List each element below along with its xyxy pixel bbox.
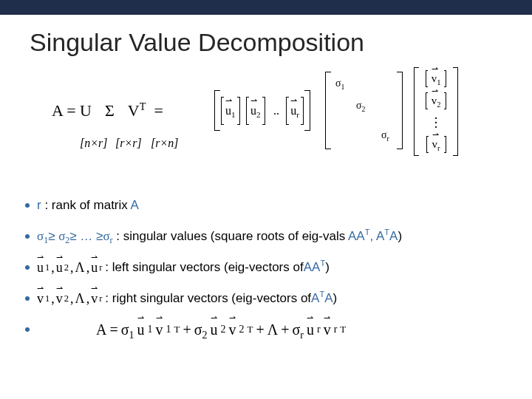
bullet-left-vectors: u1, u2, Λ, ur : left singular vectors (e… <box>25 258 532 277</box>
right-vec-ATA: ATA <box>311 291 332 306</box>
sv-ATA: ATA <box>376 229 398 243</box>
eq-vt: VT <box>128 101 146 120</box>
expansion-equation: A = σ1u1v1T + σ2u2v2T + Λ + σrurvrT <box>96 321 346 338</box>
v-row-2: v2 <box>427 94 446 108</box>
dim-nr: [n×r] <box>80 137 112 150</box>
bullet-rank: r : rank of matrix A <box>25 196 532 215</box>
sv-ge1: ≥ <box>48 229 58 243</box>
left-vec-close: ) <box>325 260 330 275</box>
left-vec-AAT: AAT <box>304 260 325 275</box>
bullet-icon <box>25 296 30 301</box>
sv-ge2: ≥ … ≥ <box>69 229 103 243</box>
bracket-icon <box>397 72 403 149</box>
sigma-r: σr <box>381 129 389 141</box>
sigma-matrix: σ1 σ2 σr <box>325 72 403 149</box>
right-vec-text: : right singular vectors (eig-vectors of <box>105 291 311 306</box>
right-vec-close: ) <box>333 291 338 306</box>
sv-sigma2: σ2 <box>58 229 69 243</box>
v-row-r: vr <box>428 137 445 151</box>
bracket-icon <box>214 90 220 131</box>
u-col-2: u2 <box>248 103 263 119</box>
eq-lhs: A = U <box>52 101 92 120</box>
slide-title: Singular Value Decomposition <box>30 28 532 57</box>
sigma-2: σ2 <box>356 100 365 112</box>
equation-area: A = UΣVT = [n×r] [r×r] [r×n] u1 u2 . . u… <box>0 64 532 190</box>
dimension-labels: [n×r] [r×r] [r×n] <box>80 137 178 150</box>
sv-sigmar: σr <box>103 229 112 243</box>
dim-rn: [r×n] <box>151 137 178 150</box>
v-row-dots: ··· <box>434 116 438 129</box>
bracket-icon <box>304 90 310 131</box>
dim-rr: [r×r] <box>115 137 148 150</box>
bullet-icon <box>25 234 30 239</box>
bracket-icon <box>453 67 458 156</box>
left-vec-text: : left singular vectors (eig-vectors of <box>105 260 303 275</box>
bullet-expansion: A = σ1u1v1T + σ2u2v2T + Λ + σrurvrT <box>25 320 532 339</box>
u-col-r: ur <box>288 103 301 119</box>
bracket-icon <box>325 72 331 149</box>
sigma-1: σ1 <box>335 78 344 89</box>
bullet-icon <box>25 203 30 208</box>
v-row-1: v1 <box>427 72 446 86</box>
sv-text: : singular values (square roots of eig-v… <box>113 229 348 243</box>
bullet-icon <box>25 327 30 332</box>
sv-AAT: AAT <box>348 229 369 243</box>
eq-equals: = <box>154 101 163 120</box>
left-vec-set: u1, u2, Λ, ur <box>37 260 102 276</box>
rank-A: A <box>131 198 139 212</box>
right-vec-set: v1, v2, Λ, vr <box>37 291 102 307</box>
sv-sigma1: σ1 <box>37 229 48 243</box>
u-matrix: u1 u2 . . ur <box>214 90 310 131</box>
v-matrix: v1 v2 ··· vr <box>414 67 458 156</box>
u-col-dots: . . <box>273 104 278 117</box>
bullet-list: r : rank of matrix A σ1≥ σ2≥ … ≥σr : sin… <box>25 196 532 339</box>
u-col-1: u1 <box>223 103 238 119</box>
bracket-icon <box>414 67 419 156</box>
slide-top-accent <box>0 0 532 15</box>
bullet-right-vectors: v1, v2, Λ, vr : right singular vectors (… <box>25 289 532 308</box>
rank-text: : rank of matrix <box>41 198 131 212</box>
sv-comma: , <box>369 229 376 243</box>
bullet-singular-values: σ1≥ σ2≥ … ≥σr : singular values (square … <box>25 227 532 246</box>
bullet-icon <box>25 265 30 270</box>
equation-main: A = UΣVT = <box>52 101 163 120</box>
sv-close: ) <box>398 229 402 243</box>
eq-sigma: Σ <box>105 101 115 120</box>
